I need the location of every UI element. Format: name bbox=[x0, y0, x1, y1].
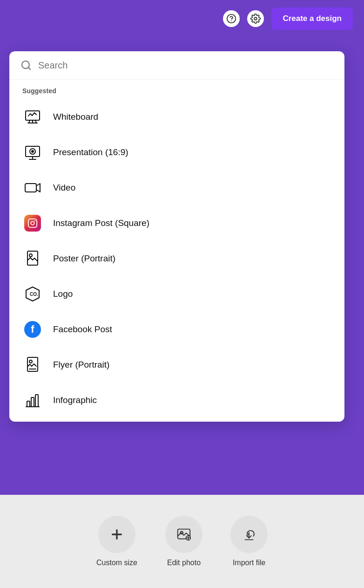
suggestion-logo[interactable]: CO. Logo bbox=[9, 276, 344, 312]
custom-size-button[interactable]: Custom size bbox=[96, 516, 137, 567]
search-input[interactable] bbox=[38, 60, 333, 71]
suggestion-poster[interactable]: Poster (Portrait) bbox=[9, 241, 344, 276]
svg-rect-15 bbox=[25, 184, 36, 192]
infographic-label: Infographic bbox=[53, 395, 97, 405]
search-bar bbox=[9, 51, 344, 80]
infographic-icon bbox=[22, 390, 43, 410]
edit-photo-button[interactable]: Edit photo bbox=[165, 516, 202, 567]
svg-point-17 bbox=[31, 221, 34, 225]
import-file-label: Import file bbox=[233, 559, 265, 567]
poster-label: Poster (Portrait) bbox=[53, 253, 115, 264]
instagram-label: Instagram Post (Square) bbox=[53, 218, 149, 228]
svg-point-2 bbox=[255, 17, 257, 20]
instagram-icon bbox=[22, 213, 43, 233]
search-icon bbox=[20, 60, 32, 71]
header: Create a design bbox=[0, 0, 364, 37]
settings-button[interactable] bbox=[247, 10, 264, 27]
dropdown-panel: Suggested Whiteboard bbox=[9, 51, 344, 422]
suggestion-presentation[interactable]: Presentation (16:9) bbox=[9, 135, 344, 170]
presentation-label: Presentation (16:9) bbox=[53, 147, 128, 157]
svg-point-18 bbox=[35, 221, 35, 221]
svg-point-20 bbox=[29, 254, 32, 257]
suggestions-scroll: Suggested Whiteboard bbox=[9, 80, 344, 422]
import-file-button[interactable]: Import file bbox=[230, 516, 268, 567]
svg-text:CO.: CO. bbox=[30, 292, 38, 297]
import-file-circle bbox=[230, 516, 268, 553]
facebook-icon: f bbox=[22, 319, 43, 340]
edit-photo-circle bbox=[165, 516, 202, 553]
svg-point-14 bbox=[32, 150, 34, 152]
svg-rect-19 bbox=[27, 251, 38, 265]
facebook-label: Facebook Post bbox=[53, 324, 112, 335]
poster-icon bbox=[22, 248, 43, 269]
whiteboard-icon bbox=[22, 107, 43, 127]
footer-actions: Custom size Edit photo Import f bbox=[0, 495, 364, 588]
svg-point-23 bbox=[29, 360, 32, 363]
create-design-button[interactable]: Create a design bbox=[271, 7, 353, 30]
suggestions-section: Suggested Whiteboard bbox=[9, 80, 344, 422]
edit-photo-label: Edit photo bbox=[167, 559, 201, 567]
suggestion-infographic[interactable]: Infographic bbox=[9, 383, 344, 418]
flyer-icon bbox=[22, 355, 43, 375]
suggestions-label: Suggested bbox=[9, 87, 344, 99]
svg-rect-16 bbox=[28, 219, 37, 227]
help-button[interactable] bbox=[223, 10, 240, 27]
suggestion-facebook[interactable]: f Facebook Post bbox=[9, 312, 344, 347]
suggestion-whiteboard[interactable]: Whiteboard bbox=[9, 99, 344, 135]
suggestion-instagram[interactable]: Instagram Post (Square) bbox=[9, 205, 344, 241]
logo-icon: CO. bbox=[22, 284, 43, 304]
presentation-icon bbox=[22, 142, 43, 163]
flyer-label: Flyer (Portrait) bbox=[53, 360, 109, 370]
video-label: Video bbox=[53, 183, 75, 193]
video-icon bbox=[22, 178, 43, 198]
svg-line-4 bbox=[28, 68, 30, 69]
custom-size-label: Custom size bbox=[96, 559, 137, 567]
svg-rect-28 bbox=[35, 395, 38, 407]
whiteboard-label: Whiteboard bbox=[53, 112, 98, 122]
svg-rect-26 bbox=[27, 401, 30, 407]
logo-label: Logo bbox=[53, 289, 73, 299]
custom-size-circle bbox=[98, 516, 135, 553]
svg-rect-27 bbox=[31, 397, 34, 407]
suggestion-flyer[interactable]: Flyer (Portrait) bbox=[9, 347, 344, 383]
suggestion-video[interactable]: Video bbox=[9, 170, 344, 205]
